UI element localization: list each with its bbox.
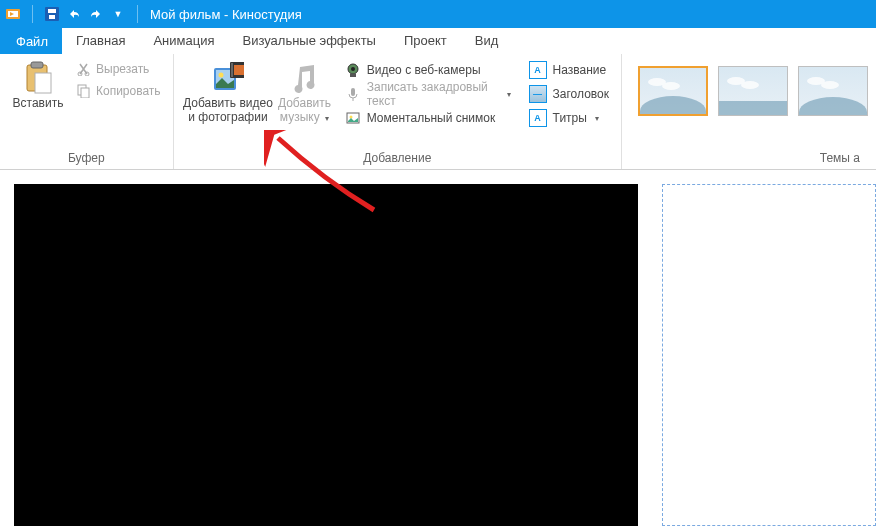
group-buffer: Вставить Вырезать Копировать Буфер <box>0 54 174 169</box>
paste-button[interactable]: Вставить <box>8 58 68 114</box>
title-button[interactable]: A Название <box>525 58 613 82</box>
music-icon <box>288 62 320 94</box>
add-music-label: Добавитьмузыку ▾ <box>278 96 331 125</box>
svg-rect-4 <box>48 9 56 13</box>
quick-access-toolbar: ▼ <box>4 5 144 23</box>
cut-icon <box>76 61 92 77</box>
paste-label: Вставить <box>13 96 64 110</box>
theme-thumb-2[interactable] <box>718 66 788 116</box>
svg-rect-17 <box>231 63 233 77</box>
narration-button: Записать закадровый текст ▾ <box>341 82 515 106</box>
paste-icon <box>22 62 54 94</box>
redo-icon[interactable] <box>87 5 105 23</box>
group-buffer-label: Буфер <box>8 149 165 167</box>
add-video-photos-button[interactable]: Добавить видеои фотографии <box>182 58 275 129</box>
svg-rect-23 <box>351 88 355 96</box>
svg-rect-7 <box>31 62 43 68</box>
tab-home[interactable]: Главная <box>62 28 139 54</box>
window-title: Мой фильм - Киностудия <box>150 7 302 22</box>
mic-icon <box>345 86 361 102</box>
group-add: Добавить видеои фотографии Добавитьмузык… <box>174 54 622 169</box>
ribbon-tabs: Файл Главная Анимация Визуальные эффекты… <box>0 28 876 54</box>
ribbon: Вставить Вырезать Копировать Буфер <box>0 54 876 170</box>
caption-icon: — <box>529 85 547 103</box>
narration-label: Записать закадровый текст <box>367 80 499 108</box>
save-icon[interactable] <box>43 5 61 23</box>
credits-icon: A <box>529 109 547 127</box>
cut-label: Вырезать <box>96 62 149 76</box>
title-label: Название <box>553 63 607 77</box>
snapshot-label: Моментальный снимок <box>367 111 495 125</box>
webcam-button[interactable]: Видео с веб-камеры <box>341 58 515 82</box>
copy-label: Копировать <box>96 84 161 98</box>
tab-effects[interactable]: Визуальные эффекты <box>228 28 389 54</box>
svg-point-21 <box>351 67 355 71</box>
svg-rect-19 <box>234 65 244 75</box>
media-icon <box>212 62 244 94</box>
tab-view[interactable]: Вид <box>461 28 513 54</box>
svg-point-15 <box>218 73 223 78</box>
credits-button[interactable]: A Титры ▾ <box>525 106 613 130</box>
svg-rect-5 <box>49 15 55 19</box>
snapshot-icon <box>345 110 361 126</box>
timeline-drop-area[interactable] <box>662 184 876 526</box>
caption-button[interactable]: — Заголовок <box>525 82 613 106</box>
undo-icon[interactable] <box>65 5 83 23</box>
webcam-label: Видео с веб-камеры <box>367 63 481 77</box>
svg-rect-22 <box>350 74 356 77</box>
group-add-label: Добавление <box>182 149 613 167</box>
snapshot-button[interactable]: Моментальный снимок <box>341 106 515 130</box>
tab-project[interactable]: Проект <box>390 28 461 54</box>
cut-button: Вырезать <box>72 58 165 80</box>
webcam-icon <box>345 62 361 78</box>
titlebar: ▼ Мой фильм - Киностудия <box>0 0 876 28</box>
group-themes: Темы а <box>622 54 876 169</box>
tab-file[interactable]: Файл <box>2 29 62 54</box>
group-themes-label: Темы а <box>630 149 868 167</box>
title-icon: A <box>529 61 547 79</box>
qat-dropdown-icon[interactable]: ▼ <box>109 5 127 23</box>
app-icon <box>4 5 22 23</box>
copy-icon <box>76 83 92 99</box>
copy-button: Копировать <box>72 80 165 102</box>
theme-thumb-1[interactable] <box>638 66 708 116</box>
workspace <box>0 170 876 526</box>
theme-thumb-3[interactable] <box>798 66 868 116</box>
add-video-photos-label: Добавить видеои фотографии <box>183 96 273 125</box>
svg-rect-8 <box>35 73 51 93</box>
preview-pane[interactable] <box>14 184 638 526</box>
add-music-button: Добавитьмузыку ▾ <box>274 58 335 129</box>
caption-label: Заголовок <box>553 87 609 101</box>
credits-label: Титры <box>553 111 587 125</box>
svg-rect-12 <box>81 88 89 98</box>
tab-animation[interactable]: Анимация <box>139 28 228 54</box>
